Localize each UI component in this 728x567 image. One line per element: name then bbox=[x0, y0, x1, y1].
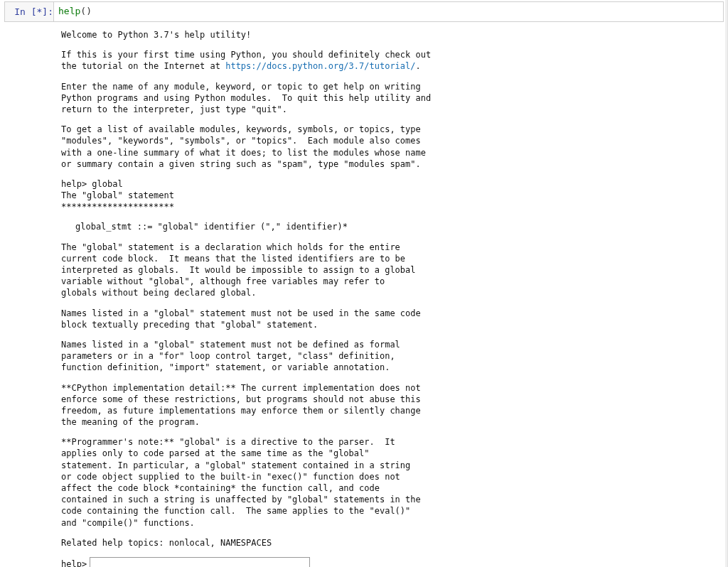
prompt-in-label: In bbox=[14, 6, 31, 17]
global-p3: Names listed in a "global" statement mus… bbox=[61, 339, 718, 374]
code-cell: In [*]: help() bbox=[4, 1, 724, 22]
output-intro3: To get a list of available modules, keyw… bbox=[61, 124, 718, 170]
prompt-bracket-open: [ bbox=[31, 6, 37, 17]
code-call-parens: () bbox=[80, 6, 92, 16]
tutorial-link[interactable]: https://docs.python.org/3.7/tutorial/ bbox=[225, 61, 415, 71]
help-prompt-row: help> bbox=[61, 557, 718, 567]
output-intro2: Enter the name of any module, keyword, o… bbox=[61, 81, 718, 116]
page-right-border bbox=[724, 0, 728, 567]
intro1-end: . bbox=[416, 61, 421, 71]
input-prompt: In [*]: bbox=[5, 2, 53, 21]
output-welcome: Welcome to Python 3.7's help utility! bbox=[61, 29, 718, 40]
global-p2: Names listed in a "global" statement mus… bbox=[61, 308, 718, 330]
output-area: Welcome to Python 3.7's help utility! If… bbox=[4, 29, 724, 567]
stars-line: ********************** bbox=[61, 201, 718, 212]
help-command-line: help> global bbox=[61, 178, 718, 190]
global-title: The "global" statement bbox=[61, 190, 718, 201]
help-prompt-label: help> bbox=[61, 558, 87, 567]
help-prompt-input[interactable] bbox=[90, 557, 310, 567]
related-topics: Related help topics: nonlocal, NAMESPACE… bbox=[61, 537, 718, 549]
global-p5: **Programmer's note:** "global" is a dir… bbox=[61, 436, 718, 529]
code-builtin-help: help bbox=[58, 6, 80, 16]
grammar-line: global_stmt ::= "global" identifier (","… bbox=[61, 221, 718, 232]
output-prompt-spacer bbox=[4, 29, 58, 567]
output-intro1: If this is your first time using Python,… bbox=[61, 49, 718, 72]
global-p1: The "global" statement is a declaration … bbox=[61, 242, 718, 299]
global-p4: **CPython implementation detail:** The c… bbox=[61, 382, 718, 428]
prompt-bracket-close: ]: bbox=[42, 6, 53, 17]
output-content: Welcome to Python 3.7's help utility! If… bbox=[58, 29, 724, 567]
code-input-area[interactable]: help() bbox=[53, 2, 723, 21]
